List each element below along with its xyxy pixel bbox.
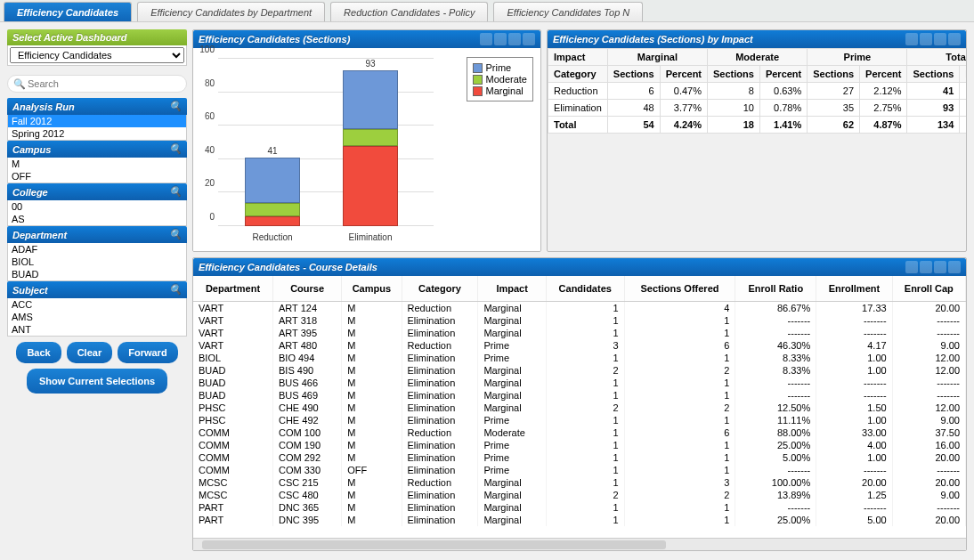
search-icon: 🔍 <box>169 101 182 112</box>
table-row[interactable]: BUADBUS 466MEliminationMarginal11-------… <box>193 377 966 389</box>
tab-by-department[interactable]: Efficiency Candidates by Department <box>137 2 325 21</box>
table-row[interactable]: COMMCOM 190MEliminationPrime1125.00%4.00… <box>193 439 966 451</box>
forward-button[interactable]: Forward <box>118 342 177 363</box>
bar-segment[interactable] <box>343 129 398 146</box>
chart-body: 02040608010041Reduction93Elimination Pri… <box>193 48 540 251</box>
column-header[interactable]: Candidates <box>546 276 624 302</box>
clear-button[interactable]: Clear <box>67 342 113 363</box>
back-button[interactable]: Back <box>16 342 61 363</box>
search-icon: 🔍 <box>169 143 182 155</box>
table-row[interactable]: COMMCOM 330OFFEliminationPrime11--------… <box>193 464 966 476</box>
search-box[interactable]: 🔍 <box>7 75 187 93</box>
pivot-tool-icons[interactable] <box>905 33 961 45</box>
search-icon: 🔍 <box>169 284 182 296</box>
tab-bar: Efficiency Candidates Efficiency Candida… <box>0 0 974 22</box>
pivot-title: Efficiency Candidates (Sections) by Impa… <box>553 34 753 45</box>
filter-item[interactable]: AS <box>8 213 186 225</box>
table-row[interactable]: VARTART 318MEliminationMarginal11-------… <box>193 314 966 327</box>
select-dashboard-header: Select Active Dashboard <box>7 29 187 45</box>
filter-header-subject[interactable]: Subject🔍 <box>7 281 187 298</box>
column-header[interactable]: Category <box>402 276 478 302</box>
details-widget: Efficiency Candidates - Course Details D… <box>192 257 967 551</box>
search-input[interactable] <box>26 77 181 90</box>
filter-item[interactable]: ANT <box>8 323 186 336</box>
dashboard-select[interactable]: Efficiency Candidates <box>10 47 184 63</box>
search-icon: 🔍 <box>13 78 26 90</box>
tab-reduction-policy[interactable]: Reduction Candidates - Policy <box>330 2 488 21</box>
filter-item[interactable]: M <box>8 158 186 170</box>
tab-top-n[interactable]: Efficiency Candidates Top N <box>493 2 643 21</box>
bar-segment[interactable] <box>343 146 398 226</box>
table-row[interactable]: PARTDNC 395MEliminationMarginal1125.00%5… <box>193 514 966 526</box>
table-row[interactable]: BUADBIS 490MEliminationMarginal228.33%1.… <box>193 364 966 377</box>
show-selections-button[interactable]: Show Current Selections <box>27 369 167 394</box>
table-row[interactable]: PARTDNC 365MEliminationMarginal11-------… <box>193 501 966 514</box>
filter-item[interactable]: AMS <box>8 311 186 323</box>
legend-item[interactable]: Moderate <box>473 74 527 85</box>
column-header[interactable]: Department <box>193 276 272 302</box>
chart-widget: Efficiency Candidates (Sections) 0204060… <box>192 29 541 252</box>
details-tool-icons[interactable] <box>905 261 961 273</box>
chart-legend: PrimeModerateMarginal <box>467 57 533 101</box>
table-row[interactable]: MCSCCSC 480MEliminationMarginal2213.89%1… <box>193 489 966 501</box>
filter-item[interactable]: Spring 2012 <box>8 127 186 140</box>
column-header[interactable]: Sections Offered <box>624 276 735 302</box>
bar-segment[interactable] <box>245 203 300 216</box>
bar-segment[interactable] <box>343 70 398 129</box>
filter-item[interactable]: BIOL <box>8 256 186 268</box>
chart-title: Efficiency Candidates (Sections) <box>199 34 350 45</box>
select-dashboard-panel: Select Active Dashboard Efficiency Candi… <box>7 29 187 66</box>
search-icon: 🔍 <box>169 229 182 240</box>
horizontal-scrollbar[interactable] <box>193 538 966 550</box>
table-row[interactable]: PHSCCHE 490MEliminationMarginal2212.50%1… <box>193 402 966 414</box>
pivot-body: ImpactMarginalModeratePrimeTotalCategory… <box>548 48 966 134</box>
column-header[interactable]: Enroll Cap <box>892 276 965 302</box>
filter-item[interactable]: Fall 2012 <box>8 115 186 127</box>
table-row[interactable]: BUADBUS 469MEliminationMarginal11-------… <box>193 389 966 402</box>
legend-item[interactable]: Marginal <box>473 85 527 96</box>
column-header[interactable]: Impact <box>478 276 546 302</box>
filter-header-analysis-run[interactable]: Analysis Run🔍 <box>7 98 187 115</box>
search-icon: 🔍 <box>169 186 182 198</box>
table-row[interactable]: COMMCOM 100MReductionModerate1688.00%33.… <box>193 426 966 439</box>
filter-item[interactable]: ADAF <box>8 243 186 256</box>
filter-header-department[interactable]: Department🔍 <box>7 226 187 243</box>
filter-item[interactable]: 00 <box>8 200 186 213</box>
filter-item[interactable]: ACC <box>8 298 186 311</box>
column-header[interactable]: Campus <box>342 276 402 302</box>
details-body: DepartmentCourseCampusCategoryImpactCand… <box>193 276 966 550</box>
pivot-header: Efficiency Candidates (Sections) by Impa… <box>548 30 966 48</box>
table-row[interactable]: VARTART 395MEliminationMarginal11-------… <box>193 327 966 339</box>
filter-header-campus[interactable]: Campus🔍 <box>7 141 187 158</box>
details-title: Efficiency Candidates - Course Details <box>199 262 377 272</box>
table-row[interactable]: PHSCCHE 492MEliminationPrime1111.11%1.00… <box>193 414 966 426</box>
column-header[interactable]: Enroll Ratio <box>735 276 816 302</box>
table-row[interactable]: BIOLBIO 494MEliminationPrime118.33%1.001… <box>193 352 966 364</box>
chart-tool-icons[interactable] <box>480 33 535 45</box>
table-row[interactable]: VARTART 480MReductionPrime3646.30%4.179.… <box>193 339 966 352</box>
column-header[interactable]: Course <box>272 276 341 302</box>
details-header: Efficiency Candidates - Course Details <box>193 258 966 276</box>
filter-item[interactable]: OFF <box>8 170 186 183</box>
bar-segment[interactable] <box>245 216 300 226</box>
pivot-widget: Efficiency Candidates (Sections) by Impa… <box>547 29 967 252</box>
tab-efficiency-candidates[interactable]: Efficiency Candidates <box>4 2 132 21</box>
chart-header: Efficiency Candidates (Sections) <box>193 30 540 48</box>
filter-item[interactable]: BUAD <box>8 268 186 280</box>
column-header[interactable]: Enrollment <box>816 276 892 302</box>
table-row[interactable]: MCSCCSC 215MReductionMarginal13100.00%20… <box>193 476 966 489</box>
filter-header-college[interactable]: College🔍 <box>7 183 187 200</box>
table-row[interactable]: VARTART 124MReductionMarginal1486.67%17.… <box>193 302 966 315</box>
legend-item[interactable]: Prime <box>473 62 527 73</box>
table-row[interactable]: COMMCOM 292MEliminationPrime115.00%1.002… <box>193 451 966 464</box>
bar-segment[interactable] <box>245 158 300 203</box>
